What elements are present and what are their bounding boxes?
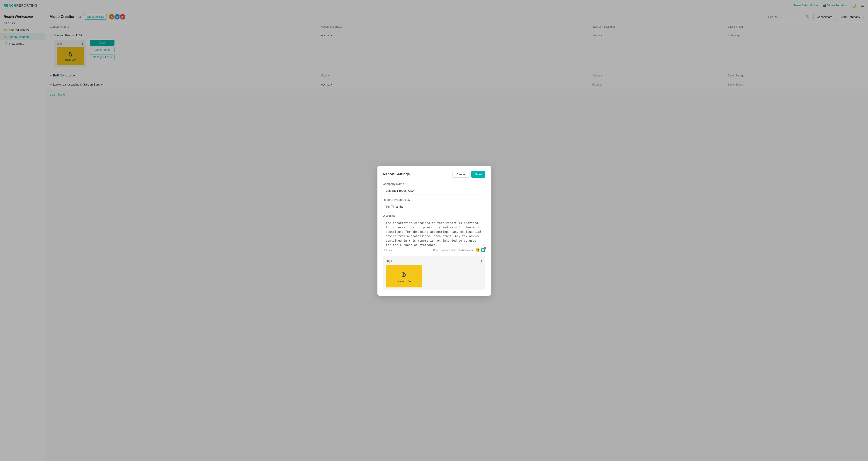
modal-logo-label: Logo	[385, 259, 392, 262]
disclaimer-textarea[interactable]: The information contained in this report…	[383, 219, 485, 246]
report-settings-modal: Report Settings Cancel Save Company Name…	[377, 166, 491, 296]
save-button[interactable]: Save	[471, 171, 485, 178]
modal-overlay: Report Settings Cancel Save Company Name…	[0, 0, 868, 461]
company-name-input[interactable]	[383, 187, 485, 195]
modal-logo-company-text: Bastrac USA	[397, 280, 411, 283]
company-name-label: Company Name	[383, 182, 485, 185]
emoji-icons: 😊 G1	[475, 248, 485, 252]
modal-logo-header: Logo ⬆	[385, 259, 483, 263]
modal-buttons: Cancel Save	[453, 171, 485, 178]
cancel-button[interactable]: Cancel	[453, 171, 469, 178]
char-count: 298 / 750	[383, 249, 393, 251]
char-hint: Best if no more than 750 characters.	[433, 249, 473, 251]
grammarly-icon[interactable]: G1	[481, 248, 485, 252]
modal-logo-symbol: 𝔟	[402, 270, 406, 279]
reports-prepared-by-label: Reports Prepared By	[383, 198, 485, 201]
char-count-row: 298 / 750 Best if no more than 750 chara…	[383, 248, 485, 252]
modal-title: Report Settings	[383, 172, 410, 176]
modal-logo-section: Logo ⬆ 𝔟 Bastrac USA	[383, 256, 485, 290]
company-name-field-group: Company Name	[383, 182, 485, 195]
disclaimer-group: Disclaimer The information contained in …	[383, 214, 485, 252]
modal-logo-image: 𝔟 Bastrac USA	[385, 265, 422, 287]
modal-upload-icon[interactable]: ⬆	[480, 259, 483, 263]
reports-prepared-by-group: Reports Prepared By	[383, 198, 485, 210]
reports-prepared-by-input[interactable]	[383, 203, 485, 210]
modal-header: Report Settings Cancel Save	[383, 171, 485, 178]
disclaimer-label: Disclaimer	[383, 214, 485, 217]
emoji-smile-icon[interactable]: 😊	[475, 248, 480, 252]
